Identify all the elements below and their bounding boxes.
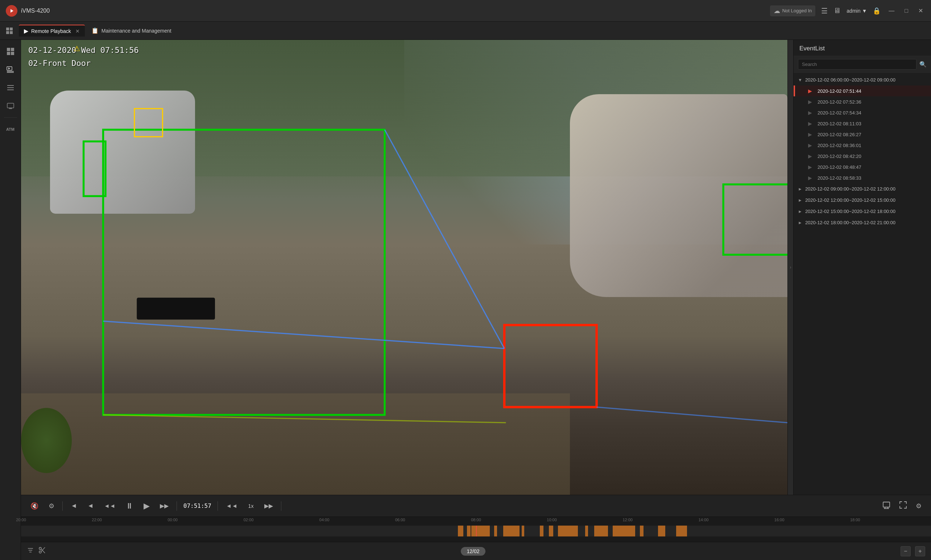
event-item-2[interactable]: ▶ 2020-12-02 07:54:34 bbox=[794, 107, 931, 118]
event-list: ▼ 2020-12-02 06:00:00~2020-12-02 09:00:0… bbox=[794, 73, 931, 495]
lock-icon[interactable]: 🔒 bbox=[872, 7, 881, 15]
osd-warning-icon: ⚠ bbox=[74, 44, 80, 53]
current-time-display: 07:51:57 bbox=[183, 502, 212, 509]
filter-icon[interactable] bbox=[27, 546, 34, 555]
chevron-right-icon-4: ► bbox=[798, 209, 802, 214]
close-button[interactable]: ✕ bbox=[916, 7, 925, 14]
event-item-1[interactable]: ▶ 2020-12-02 07:52:36 bbox=[794, 96, 931, 107]
car-foreground bbox=[570, 94, 787, 297]
chevron-right-icon-5: ► bbox=[798, 220, 802, 225]
svg-rect-4 bbox=[6, 31, 9, 34]
event-item-6[interactable]: ▶ 2020-12-02 08:42:20 bbox=[794, 151, 931, 162]
play-button[interactable]: ▶ bbox=[141, 500, 152, 512]
next-date-button[interactable]: + bbox=[915, 546, 925, 556]
timeline-label-8: 12:00 bbox=[622, 518, 633, 522]
mute-button[interactable]: 🔇 bbox=[28, 501, 41, 511]
event-group-label-4: 2020-12-02 15:00:00~2020-12-02 18:00:00 bbox=[805, 209, 895, 214]
event-item-4[interactable]: ▶ 2020-12-02 08:26:27 bbox=[794, 129, 931, 140]
event-item-7[interactable]: ▶ 2020-12-02 08:48:47 bbox=[794, 162, 931, 172]
video-event-row: 02-12-2020 Wed 07:51:56 02-Front Door ⚠ … bbox=[21, 40, 931, 495]
sidebar-divider bbox=[4, 117, 17, 118]
app-name: iVMS-4200 bbox=[21, 8, 50, 14]
prev-date-button[interactable]: − bbox=[900, 546, 911, 556]
scissors-icon[interactable] bbox=[39, 546, 46, 555]
event-group-5: ► 2020-12-02 18:00:00~2020-12-02 21:00:0… bbox=[794, 217, 931, 228]
sidebar-item-playback[interactable] bbox=[3, 62, 19, 77]
timeline-label-2: 00:00 bbox=[167, 518, 178, 522]
search-input[interactable] bbox=[798, 59, 917, 69]
svg-rect-29 bbox=[883, 502, 890, 507]
video-area[interactable]: 02-12-2020 Wed 07:51:56 02-Front Door ⚠ bbox=[21, 40, 787, 495]
timeline-event-13 bbox=[640, 526, 644, 537]
panel-collapse-handle[interactable]: › bbox=[787, 40, 793, 495]
event-group-label-1: 2020-12-02 06:00:00~2020-12-02 09:00:00 bbox=[805, 77, 895, 83]
event-item-5[interactable]: ▶ 2020-12-02 08:36:01 bbox=[794, 140, 931, 151]
settings-small-button[interactable]: ⚙ bbox=[46, 501, 57, 511]
timeline[interactable]: 20:00 22:00 00:00 02:00 04:00 06:00 08:0… bbox=[21, 517, 931, 542]
content-area: 02-12-2020 Wed 07:51:56 02-Front Door ⚠ … bbox=[21, 40, 931, 560]
tab-icon-maintenance: 📋 bbox=[91, 27, 99, 34]
fullscreen-button[interactable] bbox=[897, 500, 909, 512]
event-list-title: EventList bbox=[794, 40, 931, 56]
sidebar-item-atm[interactable]: ATM bbox=[3, 122, 19, 137]
timeline-event-6 bbox=[522, 526, 525, 537]
timeline-track[interactable] bbox=[21, 526, 931, 537]
event-time-7: 2020-12-02 08:48:47 bbox=[818, 165, 862, 170]
titlebar-right: ☁ Not Logged In ☰ 🖥 admin ▼ 🔒 — □ ✕ bbox=[770, 5, 925, 16]
sidebar-item-grid[interactable] bbox=[3, 43, 19, 59]
tab-grid-button[interactable] bbox=[3, 24, 16, 37]
osd-datetime: 02-12-2020 Wed 07:51:56 bbox=[28, 46, 139, 55]
timeline-label-0: 20:00 bbox=[16, 518, 26, 522]
cloud-status[interactable]: ☁ Not Logged In bbox=[770, 5, 816, 16]
fast-forward-button[interactable]: ▶▶ bbox=[158, 501, 171, 511]
step-back-button[interactable]: ◄ bbox=[85, 501, 96, 511]
sidebar-item-list[interactable] bbox=[3, 80, 19, 95]
tab-maintenance[interactable]: 📋 Maintenance and Management bbox=[86, 25, 176, 36]
prev-segment-button[interactable]: ◄ bbox=[68, 501, 79, 511]
more-settings-button[interactable]: ⚙ bbox=[914, 501, 924, 511]
timeline-event-3 bbox=[485, 526, 490, 537]
event-group-header-4[interactable]: ► 2020-12-02 15:00:00~2020-12-02 18:00:0… bbox=[794, 206, 931, 217]
event-panel: EventList 🔍 ▼ 2020-12-02 06:00:00~2020-1… bbox=[793, 40, 931, 495]
event-item-3[interactable]: ▶ 2020-12-02 08:11:03 bbox=[794, 118, 931, 129]
osd-camname: 02-Front Door bbox=[28, 59, 91, 68]
event-item-0[interactable]: ▶ 2020-12-02 07:51:44 bbox=[794, 86, 931, 96]
minimize-button[interactable]: — bbox=[886, 8, 897, 14]
pause-button[interactable]: ⏸ bbox=[123, 500, 136, 512]
maximize-button[interactable]: □ bbox=[902, 8, 910, 14]
timeline-label-7: 10:00 bbox=[547, 518, 557, 522]
timeline-event-4 bbox=[494, 526, 497, 537]
sidebar: ATM bbox=[0, 40, 21, 560]
event-group-header-1[interactable]: ▼ 2020-12-02 06:00:00~2020-12-02 09:00:0… bbox=[794, 74, 931, 86]
playback-controls: 🔇 ⚙ ◄ ◄ ◄◄ ⏸ ▶ ▶▶ 07:51:57 ◄◄ 1x ▶▶ bbox=[21, 495, 931, 517]
timeline-event-1 bbox=[467, 526, 471, 537]
user-menu[interactable]: admin ▼ bbox=[846, 8, 867, 14]
svg-rect-2 bbox=[6, 28, 9, 31]
date-badge[interactable]: 12/02 bbox=[461, 547, 485, 555]
event-time-5: 2020-12-02 08:36:01 bbox=[818, 143, 862, 148]
bush bbox=[21, 408, 72, 473]
car-body bbox=[50, 91, 195, 214]
event-group-header-3[interactable]: ► 2020-12-02 12:00:00~2020-12-02 15:00:0… bbox=[794, 194, 931, 206]
sidebar-item-device[interactable] bbox=[3, 98, 19, 114]
event-group-header-5[interactable]: ► 2020-12-02 18:00:00~2020-12-02 21:00:0… bbox=[794, 217, 931, 228]
clip-button[interactable] bbox=[880, 500, 892, 512]
collapse-arrow: › bbox=[790, 265, 791, 270]
tab-icon-playback: ▶ bbox=[24, 28, 28, 34]
timeline-event-7 bbox=[540, 526, 543, 537]
titlebar: iVMS-4200 ☁ Not Logged In ☰ 🖥 admin ▼ 🔒 … bbox=[0, 0, 931, 22]
frame-forward-button[interactable]: ▶▶ bbox=[262, 501, 275, 511]
menu-icon[interactable]: ☰ bbox=[821, 6, 828, 15]
monitor-icon[interactable]: 🖥 bbox=[834, 6, 841, 15]
slow-reverse-button[interactable]: ◄◄ bbox=[102, 501, 118, 511]
event-group-header-2[interactable]: ► 2020-12-02 09:00:00~2020-12-02 12:00:0… bbox=[794, 183, 931, 194]
app-logo bbox=[6, 5, 17, 17]
event-item-8[interactable]: ▶ 2020-12-02 08:58:33 bbox=[794, 172, 931, 183]
event-time-2: 2020-12-02 07:54:34 bbox=[818, 110, 862, 115]
tab-close-playback[interactable]: ✕ bbox=[76, 28, 80, 34]
tab-remote-playback[interactable]: ▶ Remote Playback ✕ bbox=[19, 25, 85, 37]
search-icon[interactable]: 🔍 bbox=[919, 61, 926, 68]
frame-back-button[interactable]: ◄◄ bbox=[224, 501, 239, 511]
username: admin bbox=[846, 8, 860, 14]
timeline-label-5: 06:00 bbox=[395, 518, 405, 522]
